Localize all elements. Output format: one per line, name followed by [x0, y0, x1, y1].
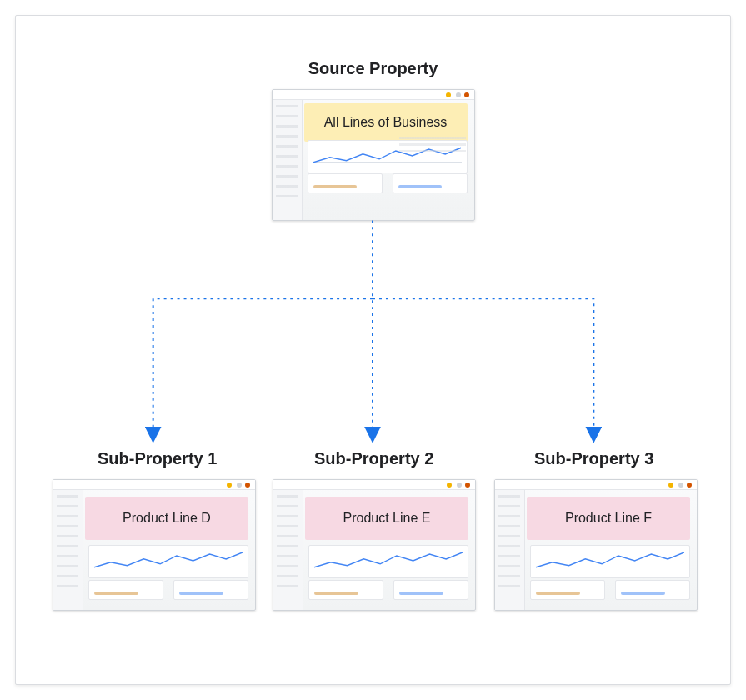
source-property-title: Source Property [308, 59, 438, 78]
window-dot-icon [687, 482, 692, 488]
window-dot-icon [678, 482, 683, 488]
thumbnail-panel [88, 580, 163, 600]
window-dot-icon [237, 482, 242, 488]
sub-2-overlay-label: Product Line E [305, 497, 468, 540]
thumbnail-sidebar [53, 490, 83, 610]
thumbnail-topbar [495, 480, 697, 490]
source-property-card: All Lines of Business [272, 89, 475, 221]
window-dot-icon [456, 92, 461, 98]
thumbnail-panel [308, 173, 383, 193]
thumbnail-chart [308, 545, 468, 578]
thumbnail-topbar [273, 90, 474, 100]
thumbnail-sidebar [495, 490, 525, 610]
window-dot-icon [457, 482, 462, 488]
sub-property-1-card: Product Line D [53, 479, 256, 611]
sub-property-3-card: Product Line F [494, 479, 698, 611]
window-dot-icon [245, 482, 250, 488]
window-dot-icon [227, 482, 232, 488]
window-dot-icon [464, 92, 469, 98]
thumbnail-panel [393, 580, 468, 600]
sub-1-overlay-label: Product Line D [85, 497, 248, 540]
thumbnail-sidebar [273, 490, 303, 610]
window-dot-icon [465, 482, 470, 488]
window-dot-icon [447, 482, 452, 488]
thumbnail-panel [308, 580, 383, 600]
thumbnail-panel [615, 580, 690, 600]
thumbnail-sidepanel [399, 137, 466, 152]
sub-property-3-title: Sub-Property 3 [534, 449, 653, 468]
thumbnail-panel [173, 580, 248, 600]
thumbnail-chart [88, 545, 248, 578]
thumbnail-panel [393, 173, 468, 193]
thumbnail-panel [530, 580, 605, 600]
thumbnail-topbar [53, 480, 255, 490]
window-dot-icon [668, 482, 673, 488]
thumbnail-topbar [273, 480, 475, 490]
sub-property-2-title: Sub-Property 2 [314, 449, 433, 468]
sub-property-1-title: Sub-Property 1 [98, 449, 217, 468]
thumbnail-chart [530, 545, 690, 578]
diagram-frame: Source Property All Lines of Business [15, 15, 731, 685]
sub-3-overlay-label: Product Line F [527, 497, 690, 540]
thumbnail-sidebar [273, 100, 303, 220]
sub-property-2-card: Product Line E [273, 479, 476, 611]
window-dot-icon [446, 92, 451, 98]
